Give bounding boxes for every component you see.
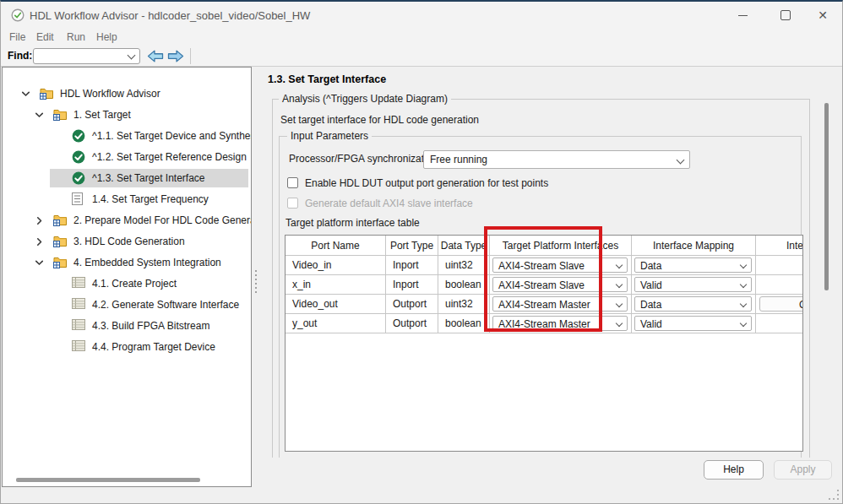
find-previous-button[interactable]: [146, 49, 165, 63]
sync-label: Processor/FPGA synchronization:: [289, 153, 440, 165]
data-type-cell: boolean: [445, 279, 481, 290]
maximize-button[interactable]: [771, 5, 800, 25]
menu-edit[interactable]: Edit: [36, 31, 54, 43]
port-type-cell: Inport: [393, 259, 419, 271]
tree-item[interactable]: 3. HDL Code Generation: [3, 232, 251, 251]
axi4-slave-checkbox: [287, 198, 298, 209]
title-bar: HDL Workflow Advisor - hdlcoder_sobel_vi…: [1, 2, 842, 29]
tree-collapse-chevron-icon[interactable]: [21, 89, 30, 101]
resize-grip-icon[interactable]: [829, 490, 840, 501]
chevron-down-icon[interactable]: [128, 51, 136, 60]
menu-file[interactable]: File: [9, 31, 25, 43]
processor-fpga-sync-dropdown[interactable]: Free running: [423, 150, 690, 169]
interface-mapping-dropdown[interactable]: Valid: [634, 316, 752, 331]
doc-icon: [72, 192, 83, 208]
port-name-cell: Video_in: [292, 259, 332, 271]
tree-item[interactable]: 4.2. Generate Software Interface: [3, 295, 251, 314]
tree-item[interactable]: 4.4. Program Target Device: [3, 338, 251, 356]
test-points-checkbox[interactable]: [287, 177, 298, 188]
table-cell: [756, 256, 803, 275]
port-type-cell: Inport: [393, 279, 419, 290]
close-icon: ✕: [818, 9, 828, 21]
window-title: HDL Workflow Advisor - hdlcoder_sobel_vi…: [30, 9, 310, 22]
axi4-slave-label: Generate default AXI4 slave interface: [305, 198, 473, 209]
sync-value: Free running: [430, 154, 487, 165]
input-parameters-legend: Input Parameters: [287, 130, 372, 142]
table-cell: y_out: [286, 314, 386, 333]
table-cell: Data: [632, 256, 756, 275]
column-header: Inter: [786, 240, 803, 252]
task-icon: [72, 340, 85, 354]
menu-help[interactable]: Help: [96, 31, 117, 43]
tree-expand-chevron-icon[interactable]: [35, 216, 44, 228]
tree-item[interactable]: ^1.2. Set Target Reference Design: [3, 148, 251, 166]
tree-collapse-chevron-icon[interactable]: [35, 258, 44, 270]
chevron-down-icon: [740, 301, 747, 307]
minimize-icon: [738, 15, 748, 16]
chevron-down-icon: [740, 281, 747, 288]
tree-item[interactable]: ^1.3. Set Target Interface: [3, 169, 251, 187]
test-points-label: Enable HDL DUT output port generation fo…: [305, 177, 548, 189]
table-cell: boolean: [438, 275, 490, 295]
data-type-cell: uint32: [445, 259, 473, 271]
interface-mapping-dropdown[interactable]: Data: [634, 296, 752, 312]
task-icon: [72, 319, 85, 333]
table-cell: Valid: [632, 275, 756, 295]
data-type-cell: uint32: [445, 298, 473, 310]
interface-options-button[interactable]: O: [759, 296, 803, 312]
chevron-down-icon: [616, 262, 623, 268]
chevron-down-icon: [740, 262, 747, 268]
interface-mapping-dropdown[interactable]: Valid: [634, 277, 752, 292]
dropdown-value: Valid: [640, 279, 662, 291]
table-cell: Inport: [386, 256, 438, 275]
tree-item[interactable]: 4.1. Create Project: [3, 274, 251, 293]
panel-splitter[interactable]: [252, 67, 265, 487]
tree-item[interactable]: 1. Set Target: [3, 106, 251, 124]
chevron-down-icon: [616, 320, 623, 327]
chevron-down-icon: [740, 320, 747, 327]
scrollbar-thumb[interactable]: [824, 103, 829, 290]
menu-run[interactable]: Run: [67, 31, 85, 43]
table-cell: uint32: [438, 295, 490, 314]
page-title: 1.3. Set Target Interface: [268, 73, 386, 85]
panel-vertical-scrollbar[interactable]: [819, 69, 834, 456]
find-next-button[interactable]: [166, 49, 185, 63]
tree-item[interactable]: 2. Prepare Model For HDL Code Generation: [3, 211, 251, 230]
tree-item-label: 4. Embedded System Integration: [73, 257, 221, 268]
interface-mapping-dropdown[interactable]: Data: [634, 257, 752, 273]
tree-item-label: ^1.2. Set Target Reference Design: [92, 151, 247, 163]
tree-item[interactable]: HDL Workflow Advisor: [3, 84, 251, 103]
annotation-red-rectangle: [484, 226, 602, 332]
help-button[interactable]: Help: [704, 460, 764, 480]
apply-button: Apply: [774, 460, 832, 480]
find-combobox[interactable]: [33, 48, 140, 64]
tree-item-label: HDL Workflow Advisor: [60, 88, 160, 100]
port-type-cell: Outport: [393, 298, 427, 310]
folder-gear-icon: [53, 256, 68, 271]
folder-gear-icon: [40, 87, 54, 102]
tree-item[interactable]: 4. Embedded System Integration: [3, 253, 251, 272]
table-cell: Data Type: [438, 236, 490, 256]
analysis-legend: Analysis (^Triggers Update Diagram): [279, 93, 451, 105]
dropdown-value: Data: [640, 260, 661, 272]
port-name-cell: y_out: [292, 317, 317, 329]
tree-horizontal-scrollbar[interactable]: [16, 478, 200, 482]
folder-gear-icon: [53, 108, 68, 123]
find-input[interactable]: [36, 50, 124, 63]
port-type-cell: Outport: [393, 317, 427, 329]
task-icon: [72, 298, 85, 312]
table-cell: uint32: [438, 256, 490, 275]
tree-item[interactable]: ^1.1. Set Target Device and Synthesis To…: [3, 127, 251, 145]
tree-item[interactable]: 4.3. Build FPGA Bitstream: [3, 317, 251, 335]
tree-item[interactable]: 1.4. Set Target Frequency: [3, 190, 251, 209]
tree-expand-chevron-icon[interactable]: [35, 237, 44, 249]
find-label: Find:: [8, 50, 32, 62]
folder-gear-icon: [53, 235, 68, 250]
maximize-icon: [780, 10, 791, 20]
table-cell: boolean: [438, 314, 490, 333]
tree-item-label: 4.1. Create Project: [92, 278, 177, 290]
tree-collapse-chevron-icon[interactable]: [35, 111, 44, 122]
close-button[interactable]: ✕: [808, 5, 837, 25]
minimize-button[interactable]: [728, 5, 757, 25]
port-name-cell: x_in: [292, 279, 311, 290]
